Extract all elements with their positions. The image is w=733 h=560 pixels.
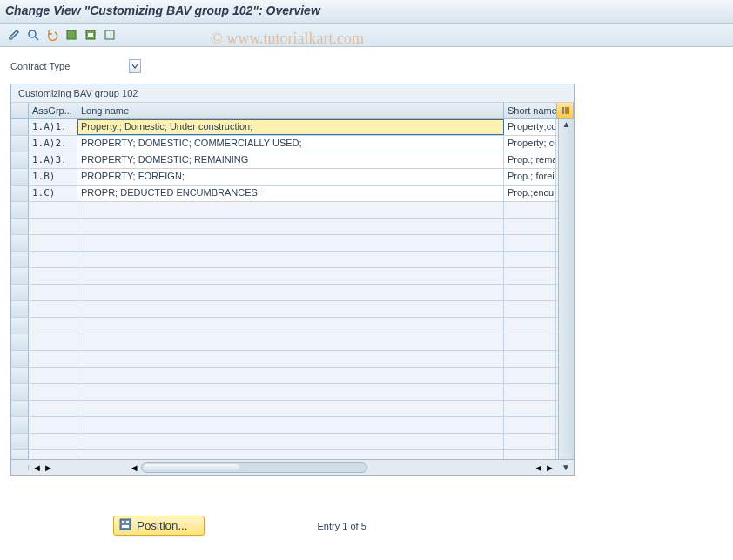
row-selector[interactable] bbox=[11, 434, 29, 449]
cell-short-name[interactable]: Property; co bbox=[504, 136, 556, 152]
cell-short-name[interactable]: Prop.;encum bbox=[504, 186, 556, 201]
cell-short-name bbox=[504, 202, 556, 218]
row-selector[interactable] bbox=[11, 417, 29, 433]
chevron-down-icon bbox=[131, 64, 138, 69]
cell-long-name bbox=[77, 384, 504, 400]
row-selector[interactable] bbox=[11, 401, 29, 416]
select-block-icon[interactable] bbox=[82, 27, 99, 43]
cell-assgrp bbox=[29, 219, 77, 234]
scroll-up-icon[interactable]: ▲ bbox=[562, 119, 571, 133]
cell-assgrp[interactable]: 1.A)2. bbox=[29, 136, 77, 152]
cell-short-name bbox=[504, 434, 556, 449]
column-short-name[interactable]: Short name bbox=[504, 103, 556, 118]
undo-icon[interactable] bbox=[44, 27, 61, 43]
row-selector[interactable] bbox=[11, 152, 29, 168]
cell-assgrp bbox=[29, 351, 77, 367]
cell-assgrp[interactable]: 1.C) bbox=[29, 186, 77, 201]
cell-long-name bbox=[77, 219, 504, 234]
table-row bbox=[11, 318, 574, 334]
table-row bbox=[11, 268, 574, 285]
cell-long-name bbox=[77, 318, 504, 334]
table-row bbox=[11, 450, 574, 459]
cell-long-name[interactable]: PROPERTY; DOMESTIC; REMAINING bbox=[77, 152, 504, 168]
row-selector[interactable] bbox=[11, 119, 29, 135]
hscroll-assgrp[interactable]: ◄ ► bbox=[29, 461, 126, 475]
find-icon[interactable] bbox=[24, 27, 42, 43]
cell-long-name bbox=[77, 252, 504, 267]
row-selector[interactable] bbox=[11, 368, 29, 383]
cell-long-name[interactable]: PROPERTY; FOREIGN; bbox=[77, 169, 504, 185]
cell-long-name bbox=[77, 285, 504, 300]
cell-assgrp bbox=[29, 318, 77, 334]
row-selector[interactable] bbox=[11, 450, 29, 459]
scroll-left-icon[interactable]: ◄ bbox=[534, 462, 543, 473]
cell-assgrp bbox=[29, 235, 77, 251]
vertical-scrollbar[interactable]: ▲ bbox=[558, 119, 574, 459]
table-row bbox=[11, 252, 574, 268]
table-row bbox=[11, 219, 574, 235]
footer-bar: Position... Entry 1 of 5 bbox=[0, 516, 733, 536]
position-button[interactable]: Position... bbox=[113, 516, 205, 536]
row-selector[interactable] bbox=[11, 268, 29, 284]
row-selector[interactable] bbox=[11, 186, 29, 201]
cell-assgrp bbox=[29, 434, 77, 449]
scroll-right-icon[interactable]: ► bbox=[545, 462, 555, 473]
row-selector[interactable] bbox=[11, 169, 29, 185]
row-selector[interactable] bbox=[11, 384, 29, 400]
contract-type-dropdown[interactable] bbox=[129, 59, 141, 73]
table-row[interactable]: 1.A)1.Property.; Domestic; Under constru… bbox=[11, 119, 574, 136]
cell-assgrp[interactable]: 1.A)3. bbox=[29, 152, 77, 168]
table-row bbox=[11, 235, 574, 252]
hscroll-long[interactable]: ◄ bbox=[126, 461, 371, 475]
column-row-selector[interactable] bbox=[11, 103, 29, 118]
configure-columns-icon[interactable] bbox=[556, 103, 574, 118]
cell-assgrp[interactable]: 1.A)1. bbox=[29, 119, 77, 135]
hscroll-short[interactable]: ◄ ► bbox=[461, 461, 558, 475]
cell-short-name[interactable]: Prop.; remain bbox=[504, 152, 556, 168]
table-row bbox=[11, 301, 574, 318]
table-row[interactable]: 1.A)3.PROPERTY; DOMESTIC; REMAININGProp.… bbox=[11, 152, 574, 169]
row-selector[interactable] bbox=[11, 202, 29, 218]
select-all-icon[interactable] bbox=[63, 27, 80, 43]
cell-long-name bbox=[77, 351, 504, 367]
column-long-name[interactable]: Long name bbox=[77, 103, 504, 118]
scroll-left-icon[interactable]: ◄ bbox=[32, 462, 42, 473]
cell-short-name bbox=[504, 318, 556, 334]
cell-short-name[interactable]: Property;con bbox=[504, 119, 556, 135]
scroll-down-icon[interactable]: ▼ bbox=[558, 462, 574, 472]
toggle-display-change-icon[interactable] bbox=[5, 27, 23, 43]
cell-short-name[interactable]: Prop.; foreig bbox=[504, 169, 556, 185]
deselect-all-icon[interactable] bbox=[101, 27, 118, 43]
table-row bbox=[11, 384, 574, 401]
cell-assgrp bbox=[29, 368, 77, 383]
app-toolbar bbox=[0, 24, 733, 47]
scroll-right-icon[interactable]: ► bbox=[44, 462, 53, 473]
row-selector[interactable] bbox=[11, 351, 29, 367]
row-selector[interactable] bbox=[11, 285, 29, 300]
row-selector[interactable] bbox=[11, 235, 29, 251]
cell-assgrp bbox=[29, 401, 77, 416]
svg-rect-5 bbox=[105, 30, 114, 39]
table-row bbox=[11, 417, 574, 434]
table-row[interactable]: 1.B)PROPERTY; FOREIGN;Prop.; foreig bbox=[11, 169, 574, 186]
row-selector[interactable] bbox=[11, 136, 29, 152]
row-selector[interactable] bbox=[11, 219, 29, 234]
cell-assgrp[interactable]: 1.B) bbox=[29, 169, 77, 185]
row-selector[interactable] bbox=[11, 252, 29, 267]
cell-long-name bbox=[77, 235, 504, 251]
cell-long-name bbox=[77, 268, 504, 284]
table-row[interactable]: 1.C)PROPR; DEDUCTED ENCUMBRANCES;Prop.;e… bbox=[11, 186, 574, 202]
cell-short-name bbox=[504, 368, 556, 383]
row-selector[interactable] bbox=[11, 334, 29, 350]
cell-long-name[interactable]: PROPR; DEDUCTED ENCUMBRANCES; bbox=[77, 186, 504, 201]
scroll-left-icon[interactable]: ◄ bbox=[130, 462, 139, 473]
cell-long-name bbox=[77, 417, 504, 433]
cell-short-name bbox=[504, 417, 556, 433]
cell-short-name bbox=[504, 301, 556, 317]
cell-long-name[interactable]: Property.; Domestic; Under construction; bbox=[77, 119, 504, 135]
table-row[interactable]: 1.A)2.PROPERTY; DOMESTIC; COMMERCIALLY U… bbox=[11, 136, 574, 152]
column-assgrp[interactable]: AssGrp... bbox=[29, 103, 77, 118]
row-selector[interactable] bbox=[11, 318, 29, 334]
row-selector[interactable] bbox=[11, 301, 29, 317]
cell-long-name[interactable]: PROPERTY; DOMESTIC; COMMERCIALLY USED; bbox=[77, 136, 504, 152]
